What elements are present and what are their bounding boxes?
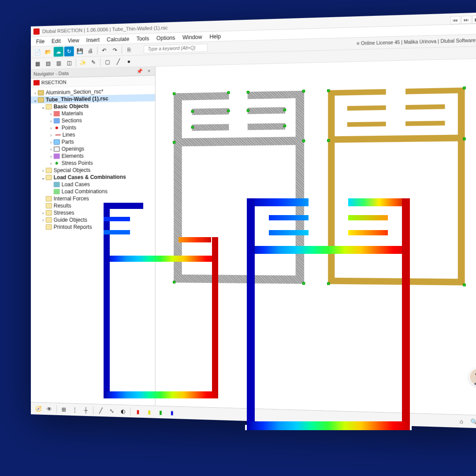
tree-label: Load Cases & Combinations (54, 174, 126, 180)
nav-play[interactable]: ▶ (472, 15, 476, 24)
tree-label: Aluminium_Section_rsc* (46, 89, 104, 96)
menu-tools[interactable]: Tools (133, 34, 152, 43)
btool-color4[interactable]: ▮ (167, 408, 177, 418)
expand-icon[interactable]: › (48, 112, 54, 116)
btool-color1[interactable]: ▮ (133, 406, 143, 416)
tool-save[interactable]: 💾 (75, 46, 85, 56)
point-icon (56, 126, 58, 129)
btool-home[interactable]: ⌂ (456, 416, 467, 427)
folder-icon (46, 168, 52, 173)
btool-snap3[interactable]: ┼ (81, 405, 91, 415)
tool-box[interactable]: ▢ (102, 57, 112, 67)
expand-icon[interactable]: › (48, 161, 54, 166)
tree-label: Lines (63, 132, 75, 138)
nav-pin-icon[interactable]: 📌 (134, 68, 145, 74)
stress-result-right (247, 194, 410, 441)
btool-nav[interactable]: 🧭 (33, 404, 43, 414)
tree-load-cases[interactable]: Load Cases (31, 180, 155, 188)
tool-cloud[interactable]: ☁ (54, 46, 63, 56)
folder-icon (46, 203, 52, 208)
expand-icon[interactable]: › (41, 210, 46, 215)
folder-icon (46, 175, 52, 180)
nav-prev[interactable]: ⏮ (450, 16, 461, 24)
tree-label: Points (62, 124, 76, 131)
btool-snap1[interactable]: ⊞ (59, 404, 69, 414)
menu-view[interactable]: View (64, 36, 83, 45)
tree-label: Stress Points (62, 160, 93, 167)
nav-close-icon[interactable]: × (146, 68, 152, 74)
tree-label: Basic Objects (54, 103, 89, 110)
expand-icon[interactable]: ⌄ (33, 97, 38, 102)
tree-label: Sections (62, 117, 82, 124)
tree-label: Stresses (54, 210, 74, 216)
menu-options[interactable]: Options (152, 33, 178, 42)
tool-view1[interactable]: ▦ (33, 59, 42, 69)
expand-icon[interactable]: › (48, 154, 54, 159)
folder-icon (46, 217, 52, 223)
menu-insert[interactable]: Insert (83, 36, 103, 45)
expand-icon[interactable]: › (48, 147, 54, 152)
btool-zoom[interactable]: 🔍 (469, 416, 476, 427)
tree-label: Parts (62, 139, 74, 145)
file-icon (38, 90, 44, 95)
expand-icon[interactable]: ⌄ (41, 175, 46, 180)
tool-redo[interactable]: ↷ (110, 45, 119, 55)
separator (56, 405, 57, 413)
tree-load-combinations[interactable]: Load Combinations (31, 188, 155, 195)
window-controls: ⏮ ⏭ ▶ ⚑ (450, 15, 476, 24)
search-input[interactable] (144, 43, 208, 53)
expand-icon[interactable]: ⌄ (41, 104, 46, 109)
tool-open[interactable]: 📂 (43, 47, 53, 57)
project-name: RSECTION (41, 79, 67, 85)
app-title: Dlubal RSECTION | 1.06.0006 | Tube_Thin-… (42, 25, 168, 34)
menu-window[interactable]: Window (179, 33, 206, 41)
separator (93, 406, 93, 414)
expand-icon[interactable]: › (33, 90, 38, 95)
tool-undo[interactable]: ↶ (99, 45, 109, 56)
tool-line[interactable]: ╱ (113, 56, 123, 67)
menu-edit[interactable]: Edit (48, 37, 64, 45)
tool-edit2[interactable]: ✎ (89, 57, 98, 67)
expand-icon[interactable]: › (48, 119, 54, 123)
folder-icon (46, 210, 52, 216)
expand-icon[interactable]: › (48, 140, 54, 145)
btool-eye[interactable]: 👁 (45, 404, 54, 414)
btool-draw2[interactable]: ⤡ (107, 406, 116, 416)
tree-label: Load Combinations (62, 188, 108, 195)
tool-view2[interactable]: ▤ (43, 58, 53, 68)
btool-draw3[interactable]: ◐ (118, 406, 128, 416)
btool-color2[interactable]: ▮ (144, 407, 154, 417)
nav-next[interactable]: ⏭ (461, 16, 472, 24)
expand-icon[interactable]: › (41, 168, 46, 173)
nav-controls: 📌 × (134, 68, 152, 74)
menu-file[interactable]: File (33, 37, 48, 45)
tree-load-cases-comb[interactable]: ⌄ Load Cases & Combinations (31, 173, 155, 181)
tool-print[interactable]: 🖨 (86, 45, 95, 56)
sections-icon (54, 118, 60, 123)
expand-icon[interactable]: › (48, 126, 54, 130)
project-icon (33, 80, 40, 86)
tool-copy[interactable]: ⎘ (124, 45, 134, 55)
tool-node[interactable]: ● (124, 56, 134, 66)
tool-wand[interactable]: ✨ (78, 57, 88, 67)
separator (97, 46, 97, 54)
menu-help[interactable]: Help (206, 32, 225, 41)
expand-icon[interactable]: › (48, 133, 54, 138)
user-avatar[interactable] (469, 368, 476, 387)
tool-new[interactable]: 📄 (33, 47, 42, 57)
loadcase-icon (54, 182, 60, 187)
tool-view3[interactable]: ▥ (54, 58, 63, 68)
btool-color3[interactable]: ▮ (156, 407, 166, 417)
menu-calculate[interactable]: Calculate (103, 35, 133, 44)
app-icon (33, 28, 40, 34)
btool-snap2[interactable]: ⋮ (70, 405, 80, 415)
separator (122, 46, 122, 54)
separator (100, 58, 100, 66)
materials-icon (54, 111, 60, 116)
expand-icon[interactable]: › (41, 217, 46, 222)
btool-draw1[interactable]: ╱ (96, 405, 105, 416)
tool-sync[interactable]: ↻ (64, 46, 74, 56)
tool-view4[interactable]: ◫ (64, 58, 74, 68)
tree-label: Printout Reports (54, 224, 92, 230)
elements-icon (54, 153, 60, 159)
